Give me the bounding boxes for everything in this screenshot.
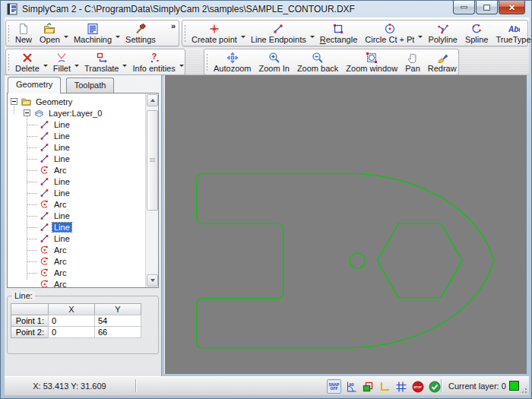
redraw-button[interactable]: Redraw [424,49,461,74]
delete-button[interactable]: Delete [11,49,43,74]
line-endpoints-dropdown-arrow[interactable] [310,21,316,46]
info-entities-dropdown-arrow[interactable] [179,49,185,74]
tree-item-line[interactable]: Line [39,119,71,130]
status-bar: X: 53.413 Y: 31.609 SNAP OFF 90 [5,376,529,395]
toolbar-view-group: Autozoom Zoom In Zoom back Zoom window P… [204,49,459,75]
tree-item-arc[interactable]: Arc [39,244,68,255]
tree-item-line[interactable]: Line [39,233,71,244]
tab-geometry[interactable]: Geometry [8,77,61,93]
axes-origin-toggle[interactable] [377,379,391,394]
tree-content: Geometry Layer:Layer_0 Line Line Line Li… [8,93,145,287]
fillet-button[interactable]: Fillet [49,49,74,74]
line-entity-icon [39,119,50,130]
hexagon-pocket[interactable] [377,223,462,298]
tree-item-arc[interactable]: Arc [39,198,68,210]
spline-button[interactable]: Spline [461,21,492,46]
app-icon [6,3,18,15]
tree-item-line[interactable]: Line [39,153,71,164]
machining-button[interactable]: Machining [70,21,116,46]
collapse-expander-icon[interactable] [11,98,17,105]
entity-copy-toggle[interactable] [360,379,375,394]
tree-item-arc[interactable]: Arc [39,164,68,176]
arc-entity-icon [39,268,50,278]
polyline-button[interactable]: Polyline [424,21,461,46]
tree-item-line-selected[interactable]: Line [39,221,71,233]
truetype-button[interactable]: Abc TrueType [492,21,532,46]
title-bar[interactable]: SimplyCam 2 - C:\ProgramData\SimplyCam 2… [1,1,531,17]
fillet-dropdown-arrow[interactable] [74,49,81,74]
line-endpoints-icon [272,23,284,35]
tree-item-line[interactable]: Line [39,176,71,187]
cursor-coordinates: X: 53.413 Y: 31.609 [18,382,121,391]
maximize-button[interactable] [476,1,498,14]
line-entity-icon [39,233,50,244]
circle-ct-pt-button[interactable]: Circle Ct + Pt [361,21,418,46]
ok-toggle[interactable] [427,379,442,394]
tree-item-arc[interactable]: Arc [39,278,68,287]
settings-button[interactable]: Settings [122,21,160,46]
create-point-dropdown-arrow[interactable] [241,21,247,46]
snap-off-toggle[interactable]: SNAP OFF [327,379,341,394]
translate-button[interactable]: Translate [81,49,122,74]
circle-dropdown-arrow[interactable] [418,21,424,46]
point1-x-value[interactable]: 0 [48,315,95,327]
grid-toggle[interactable] [394,379,408,394]
tree-item-arc[interactable]: Arc [39,267,68,278]
toolbar-overflow-chevron[interactable]: » [171,21,176,30]
point2-y-value[interactable]: 66 [94,326,141,338]
tree-item-line[interactable]: Line [39,141,71,153]
tree-scrollbar[interactable] [145,93,158,287]
zoom-window-button[interactable]: Zoom window [342,49,401,74]
svg-text:90: 90 [349,382,353,387]
tab-toolpath[interactable]: Toolpath [66,78,115,93]
zoom-back-icon [312,52,324,64]
tree-item-line[interactable]: Line [39,210,71,221]
delete-dropdown-arrow[interactable] [43,49,49,74]
fillet-icon [55,52,68,64]
svg-text:Abc: Abc [508,25,520,33]
scroll-up-arrow[interactable] [147,94,158,106]
scroll-down-arrow[interactable] [147,274,158,287]
point1-y-value[interactable]: 54 [94,315,141,327]
autozoom-button[interactable]: Autozoom [210,49,255,74]
open-button[interactable]: Open [36,21,64,46]
tree-item-line[interactable]: Line [39,187,71,198]
rectangle-button[interactable]: Rectangle [316,21,362,46]
pan-button[interactable]: Pan [401,49,424,74]
current-layer-label: Current layer: 0 [448,382,506,391]
dxf-drawing [165,75,527,374]
line-entity-icon [39,154,50,164]
info-entities-button[interactable]: ? Info entities [128,49,179,74]
resize-grip[interactable] [518,385,528,394]
machining-dropdown-arrow[interactable] [116,21,122,46]
drawing-canvas[interactable] [164,75,527,374]
minimize-button[interactable] [453,1,475,14]
layer-color-swatch[interactable] [509,381,519,391]
sidebar-tabs: Geometry Toolpath [6,77,114,93]
stop-toggle[interactable]: STOP [410,379,425,394]
info-entities-icon: ? [148,52,160,64]
create-point-icon [208,23,220,35]
translate-dropdown-arrow[interactable] [122,49,128,74]
new-button[interactable]: New [11,21,36,46]
tree-item-line[interactable]: Line [39,130,71,141]
close-button[interactable]: ✕ [499,1,525,14]
line-endpoints-button[interactable]: Line Endpoints [247,21,310,46]
collapse-expander-icon[interactable] [24,109,30,116]
scrollbar-thumb[interactable] [147,110,158,211]
open-folder-icon [43,23,55,35]
point2-x-value[interactable]: 0 [48,326,95,338]
center-circle[interactable] [350,253,365,268]
statusbar-separator [135,379,136,392]
zoom-back-button[interactable]: Zoom back [293,49,342,74]
open-dropdown-arrow[interactable] [64,21,70,46]
tree-layer-node[interactable]: Layer:Layer_0 [24,107,103,119]
create-point-button[interactable]: Create point [188,21,241,46]
redraw-brush-icon [436,52,448,64]
contour-outline[interactable] [197,173,494,348]
tree-item-arc[interactable]: Arc [39,255,68,267]
angle-90-toggle[interactable]: 90 [344,379,358,394]
tree-root-geometry[interactable]: Geometry [11,96,74,107]
zoom-in-button[interactable]: Zoom In [255,49,293,74]
zoom-window-icon [366,52,378,64]
